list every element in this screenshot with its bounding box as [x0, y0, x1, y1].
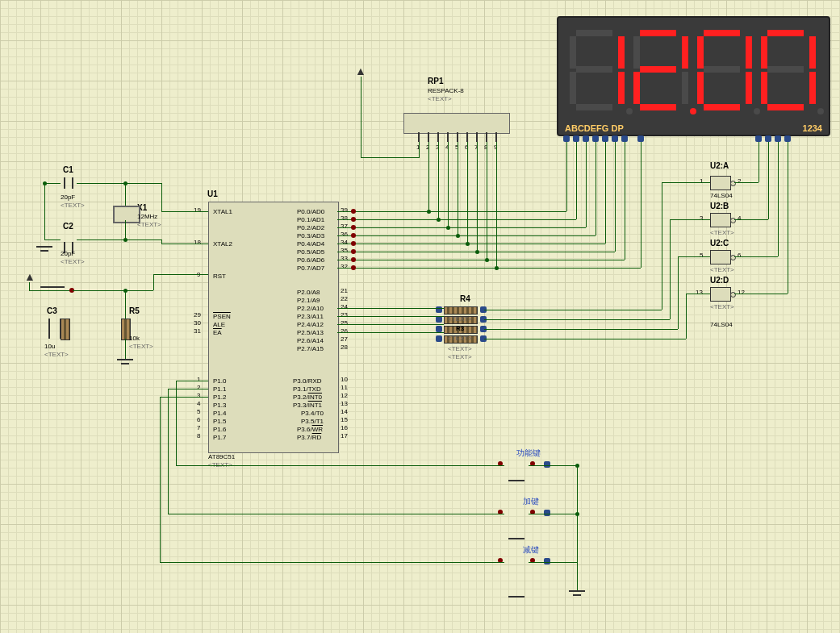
pin-31: 31 [194, 327, 201, 335]
u2a-ref: U2:A [710, 161, 729, 170]
c1-val: 20pF [61, 194, 75, 201]
pin-p35: P3.5/T1 [301, 418, 324, 425]
pin-36: 36 [341, 231, 348, 238]
pin-7: 7 [197, 424, 200, 431]
u2d-in: 13 [696, 289, 703, 296]
pin-39: 39 [341, 206, 348, 214]
u2a-gate [710, 176, 731, 190]
pin-p21: P2.1/A9 [297, 297, 320, 304]
pin-13: 13 [341, 400, 348, 407]
pin-p32: P3.2/INT0 [293, 394, 322, 401]
u2d-text: <TEXT> [710, 303, 734, 310]
u2c-gate [710, 250, 731, 264]
pin-p07: P0.7/AD7 [297, 264, 324, 272]
r4-body [444, 306, 478, 314]
btn-plus [504, 534, 529, 543]
c1-ref: C1 [63, 165, 73, 174]
r4-ref: R4 [460, 294, 470, 303]
pin-10: 10 [341, 376, 348, 383]
pin-p27: P2.7/A15 [297, 345, 324, 352]
pin-p17: P1.7 [213, 434, 226, 441]
pin-p34: P3.4/T0 [301, 410, 324, 417]
pin-p37: P3.7/RD [297, 434, 321, 441]
rp1-part: RESPACK-8 [428, 87, 464, 94]
pin-2: 2 [197, 384, 200, 391]
pin-p15: P1.5 [213, 418, 226, 425]
u2c-out: 6 [738, 252, 741, 259]
gnd-r5 [117, 359, 133, 369]
pin-21: 21 [341, 287, 348, 294]
pin-p33: P3.3/INT1 [293, 402, 322, 409]
c3-text: <TEXT> [44, 351, 69, 358]
pin-18: 18 [194, 239, 201, 246]
pin-22: 22 [341, 295, 348, 302]
r5-ref: R5 [129, 306, 140, 315]
u2a-out: 2 [738, 177, 741, 185]
pin-psen: PSEN [213, 313, 231, 320]
r5-val: 10k [129, 335, 140, 342]
pin-29: 29 [194, 311, 201, 319]
u2a-in: 1 [700, 177, 703, 185]
c2-ref: C2 [63, 222, 73, 231]
pin-p26: P2.6/A14 [297, 337, 324, 344]
pin-p20: P2.0/A8 [297, 289, 320, 296]
pin-25: 25 [341, 319, 348, 327]
vcc-reset: ▲ [24, 270, 36, 283]
u2-part-a: 74LS04 [710, 192, 733, 199]
res-body-1 [61, 319, 70, 340]
pin-ale: ALE [213, 321, 225, 328]
segment-pins-label: ABCDEFG DP [565, 123, 624, 133]
digit-4 [759, 26, 820, 115]
gnd-buttons [569, 590, 585, 600]
pin-38: 38 [341, 214, 348, 222]
gnd-xtal [36, 246, 52, 256]
pin-14: 14 [341, 408, 348, 415]
pin-5: 5 [197, 408, 200, 415]
schematic-canvas: ABCDEFG DP 1234 RP1 RESPACK-8 <TEXT> 12 … [0, 0, 840, 633]
pin-35: 35 [341, 247, 348, 254]
pin-4: 4 [197, 400, 200, 407]
pin-p10: P1.0 [213, 377, 226, 385]
reset-switch [40, 286, 65, 294]
btn-plus-label: 加键 [523, 496, 539, 507]
pin-37: 37 [341, 223, 348, 230]
pin-15: 15 [341, 416, 348, 423]
u2d-gate [710, 287, 731, 302]
x1-body [113, 206, 140, 223]
r5-text: <TEXT> [129, 343, 153, 350]
x1-val: 12MHz [137, 213, 157, 220]
pin-p23: P2.3/A11 [297, 313, 324, 320]
c3-val: 10u [44, 343, 55, 350]
r3-ref: R3 [456, 325, 464, 332]
btn-minus-label: 减键 [523, 544, 539, 556]
c1-text: <TEXT> [61, 202, 85, 209]
pin-p13: P1.3 [213, 402, 226, 409]
digit-3 [696, 26, 756, 115]
pin-17: 17 [341, 432, 348, 439]
pin-p16: P1.6 [213, 426, 226, 433]
pin-28: 28 [341, 344, 348, 351]
pin-16: 16 [341, 424, 348, 431]
pin-1: 1 [197, 376, 200, 383]
pin-30: 30 [194, 319, 201, 327]
u2b-out: 4 [738, 214, 741, 222]
pin-p30: P3.0/RXD [293, 377, 322, 385]
btn-minus [504, 592, 529, 602]
pin-p03: P0.3/AD3 [297, 232, 324, 239]
pin-12: 12 [341, 392, 348, 399]
pin-p24: P2.4/A12 [297, 321, 324, 328]
pin-23: 23 [341, 311, 348, 319]
pin-11: 11 [341, 384, 348, 391]
u2b-text: <TEXT> [710, 229, 734, 236]
pin-p31: P3.1/TXD [293, 385, 321, 393]
u1-part: AT89C51 [208, 453, 235, 460]
pin-p14: P1.4 [213, 410, 226, 417]
c2-val: 20pF [61, 250, 75, 257]
pin-32: 32 [341, 263, 348, 270]
pin-33: 33 [341, 255, 348, 262]
pin-3: 3 [197, 392, 200, 399]
rp1-text: <TEXT> [428, 95, 452, 102]
u2b-ref: U2:B [710, 202, 729, 210]
rp1-body [403, 113, 510, 134]
digit-2 [632, 26, 692, 115]
